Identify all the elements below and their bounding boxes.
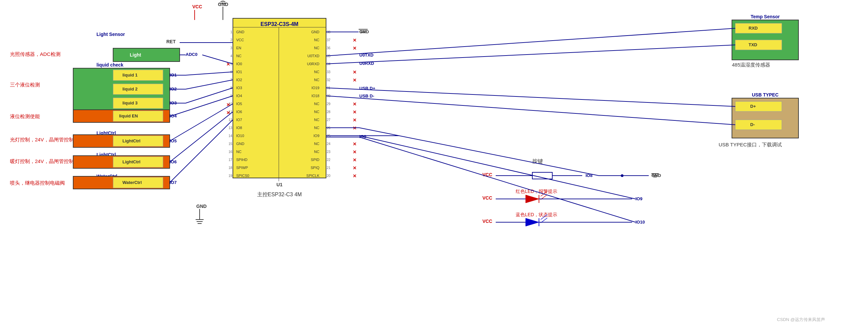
svg-text:GND: GND <box>359 29 369 34</box>
schematic: { "title": "ESP32-C3S-4M Schematic", "ch… <box>0 0 868 327</box>
svg-text:33: 33 <box>327 70 331 74</box>
svg-line-213 <box>540 191 547 196</box>
svg-rect-125 <box>73 135 170 148</box>
svg-text:SPICS0: SPICS0 <box>236 174 249 177</box>
svg-text:VCC: VCC <box>236 38 244 42</box>
svg-text:3: 3 <box>230 46 232 50</box>
svg-rect-180 <box>732 98 799 138</box>
svg-text:20: 20 <box>327 174 331 177</box>
svg-text:U0RXD: U0RXD <box>359 61 374 66</box>
svg-text:IO0: IO0 <box>236 62 242 66</box>
svg-text:✕: ✕ <box>226 110 230 116</box>
svg-rect-142 <box>113 177 163 188</box>
svg-text:29: 29 <box>327 102 331 106</box>
svg-text:Temp Sensor: Temp Sensor <box>750 14 780 19</box>
svg-text:✕: ✕ <box>353 165 356 171</box>
svg-text:VCC: VCC <box>483 172 492 177</box>
svg-text:✕: ✕ <box>353 157 356 163</box>
svg-text:14: 14 <box>228 134 232 138</box>
svg-text:IO8: IO8 <box>586 173 592 178</box>
svg-text:VCC: VCC <box>192 4 202 9</box>
svg-text:IO18: IO18 <box>311 94 319 98</box>
svg-text:GND: GND <box>196 204 207 209</box>
svg-line-116 <box>186 88 233 103</box>
svg-text:LightCtrl: LightCtrl <box>96 152 116 157</box>
svg-rect-102 <box>113 70 163 80</box>
svg-text:IO10: IO10 <box>236 134 244 138</box>
svg-text:IO9: IO9 <box>636 196 643 201</box>
svg-marker-211 <box>526 195 539 203</box>
svg-rect-153 <box>735 23 782 33</box>
svg-rect-141 <box>73 176 170 189</box>
svg-line-222 <box>540 215 547 220</box>
svg-text:31: 31 <box>327 86 331 90</box>
svg-text:NC: NC <box>314 142 319 146</box>
svg-point-200 <box>621 174 623 177</box>
svg-text:37: 37 <box>327 38 331 42</box>
svg-text:25: 25 <box>327 134 331 138</box>
svg-text:✕: ✕ <box>353 141 356 147</box>
svg-text:USB TYPEC接口，下载调试: USB TYPEC接口，下载调试 <box>719 142 782 148</box>
svg-text:SPIWP: SPIWP <box>236 166 248 170</box>
svg-text:LightCtrl: LightCtrl <box>96 130 116 136</box>
svg-text:IO6: IO6 <box>170 159 177 164</box>
svg-text:8: 8 <box>230 86 232 90</box>
svg-text:U0TXD: U0TXD <box>359 53 374 58</box>
svg-text:IO6: IO6 <box>236 110 242 114</box>
svg-text:NC: NC <box>236 54 242 58</box>
svg-text:RET: RET <box>166 39 176 44</box>
svg-text:GND: GND <box>218 2 228 7</box>
svg-rect-133 <box>73 156 170 168</box>
svg-text:按键: 按键 <box>532 158 543 164</box>
svg-rect-100 <box>73 68 170 115</box>
svg-line-159 <box>326 28 735 56</box>
svg-text:✕: ✕ <box>226 62 230 67</box>
svg-text:liquid 2: liquid 2 <box>122 87 138 92</box>
svg-text:liquid EN: liquid EN <box>119 113 138 119</box>
svg-text:WaterCtrl: WaterCtrl <box>122 180 142 185</box>
svg-text:TXD: TXD <box>749 42 757 47</box>
svg-text:10: 10 <box>228 102 232 106</box>
svg-line-207 <box>359 128 599 176</box>
svg-text:WaterCtrl: WaterCtrl <box>96 174 118 179</box>
svg-text:IO5: IO5 <box>170 138 177 143</box>
svg-text:17: 17 <box>228 158 232 162</box>
svg-text:Light: Light <box>130 52 142 58</box>
svg-text:喷头，继电器控制电磁阀: 喷头，继电器控制电磁阀 <box>10 180 65 186</box>
svg-text:D-: D- <box>750 122 755 127</box>
svg-line-229 <box>359 137 636 222</box>
svg-text:GND: GND <box>311 30 320 34</box>
svg-text:IO5: IO5 <box>236 102 242 106</box>
svg-text:NC: NC <box>314 102 319 106</box>
svg-text:✕: ✕ <box>353 109 356 115</box>
svg-text:NC: NC <box>314 150 319 154</box>
svg-text:23: 23 <box>327 150 331 154</box>
svg-text:6: 6 <box>230 70 232 74</box>
svg-text:USB D-: USB D- <box>359 94 374 98</box>
svg-rect-134 <box>113 157 163 167</box>
svg-text:ESP32-C3S-4M: ESP32-C3S-4M <box>260 21 299 27</box>
svg-text:IO19: IO19 <box>311 86 319 90</box>
svg-line-145 <box>170 120 233 183</box>
svg-line-214 <box>540 195 547 200</box>
svg-text:✕: ✕ <box>353 69 356 75</box>
svg-text:GND: GND <box>236 30 245 34</box>
svg-line-137 <box>170 112 233 162</box>
svg-text:IO7: IO7 <box>170 180 177 185</box>
svg-marker-220 <box>526 218 539 226</box>
svg-text:19: 19 <box>228 174 232 177</box>
svg-text:ADC0: ADC0 <box>186 52 197 57</box>
svg-text:✕: ✕ <box>353 173 356 178</box>
svg-line-190 <box>326 96 735 125</box>
svg-text:36: 36 <box>327 46 331 50</box>
svg-text:GND: GND <box>236 142 245 146</box>
svg-text:SPIHD: SPIHD <box>236 158 248 162</box>
svg-text:✕: ✕ <box>353 118 356 123</box>
svg-text:暖灯控制，24V，晶闸管控制: 暖灯控制，24V，晶闸管控制 <box>10 158 74 164</box>
svg-text:16: 16 <box>228 150 232 154</box>
svg-text:U0TXD: U0TXD <box>307 54 319 58</box>
svg-rect-118 <box>73 110 170 123</box>
svg-line-129 <box>170 104 233 141</box>
svg-text:28: 28 <box>327 110 331 114</box>
svg-line-98 <box>202 55 233 64</box>
